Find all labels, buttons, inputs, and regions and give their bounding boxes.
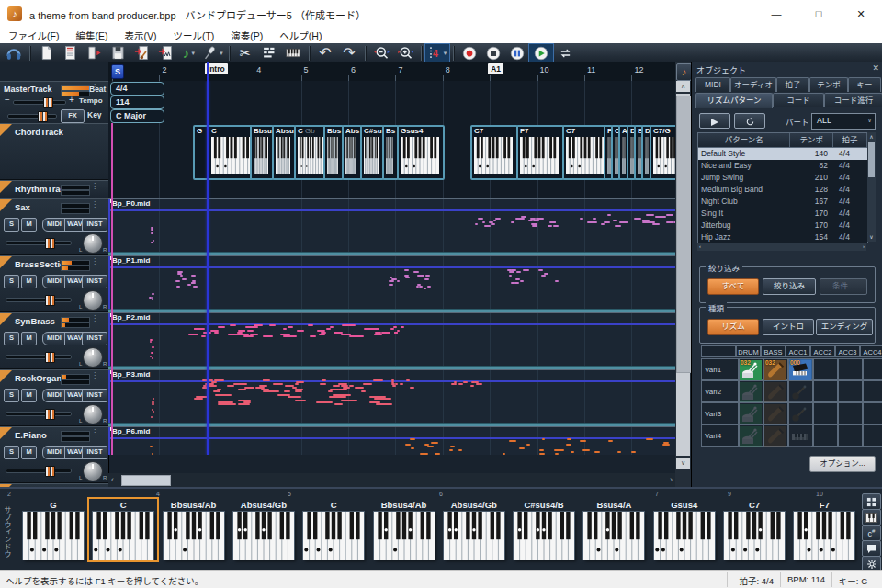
menu-item-0[interactable]: ファイル(F) xyxy=(0,28,67,42)
track-header-synbrass[interactable]: SynBrass⋮SMMIDIWAVEINSTLR xyxy=(0,312,108,369)
song-start-marker[interactable]: S xyxy=(111,64,124,79)
pattern-row-medium-big-band[interactable]: Medium Big Band1284/4 xyxy=(698,184,867,196)
vertical-scrollbar[interactable]: ♪∧∨ xyxy=(675,62,691,487)
track-menu-icon[interactable]: ⋮ xyxy=(91,203,98,207)
vari-cell[interactable] xyxy=(813,358,838,380)
chord-card-c[interactable]: C xyxy=(90,500,156,560)
object-list-note-button[interactable]: ♪ xyxy=(676,63,692,81)
pattern-play-button[interactable] xyxy=(699,113,730,129)
vari-cell[interactable] xyxy=(763,380,788,402)
midi-button[interactable]: MIDI xyxy=(42,332,66,345)
column-header-0[interactable]: パターン名 xyxy=(698,133,790,147)
vari-row-name[interactable]: Vari2 xyxy=(701,380,739,402)
scroll-left-icon[interactable]: ‹ xyxy=(699,243,701,249)
vari-cell[interactable] xyxy=(838,380,863,402)
import-wave-button[interactable] xyxy=(153,44,177,62)
track-header-rhythmtrack[interactable]: RhythmTrack⋮ xyxy=(0,180,108,198)
scroll-down-icon[interactable]: ∨ xyxy=(867,232,876,242)
pan-knob[interactable] xyxy=(83,461,103,481)
solo-button[interactable]: S xyxy=(4,332,19,345)
chord-block-gsus4[interactable]: Gsus4 xyxy=(397,125,445,180)
slider-thumb[interactable] xyxy=(43,97,53,108)
midi-clip-Bp_P1-mid[interactable]: Bp_P1.mid xyxy=(108,255,675,310)
chord-block-bbsu[interactable]: Bbsu xyxy=(250,125,274,180)
inst-button[interactable]: INST xyxy=(82,332,107,345)
volume-slider[interactable] xyxy=(6,355,72,359)
vari-cell[interactable] xyxy=(739,402,763,424)
vari-cell[interactable] xyxy=(863,424,882,447)
solo-button[interactable]: S xyxy=(4,389,19,402)
pause-button[interactable] xyxy=(505,44,529,62)
stop-button[interactable] xyxy=(481,44,505,62)
loop-button[interactable] xyxy=(553,44,577,62)
pattern-row-jump-swing[interactable]: Jump Swing2104/4 xyxy=(698,172,867,184)
options-button[interactable]: オプション... xyxy=(809,456,876,472)
menu-item-2[interactable]: 表示(V) xyxy=(116,28,164,42)
mute-button[interactable]: M xyxy=(21,446,37,459)
chord-card-absus4gb[interactable]: Absus4/Gb xyxy=(441,500,507,560)
filter-button-0[interactable]: すべて xyxy=(707,278,759,295)
key-value-box[interactable]: C Major xyxy=(110,109,164,123)
tab-midi[interactable]: MIDI xyxy=(695,77,730,92)
menu-item-1[interactable]: 編集(E) xyxy=(67,28,116,42)
object-panel-close-icon[interactable]: ✕ xyxy=(872,63,879,73)
track-header-chordtrack[interactable]: ChordTrack xyxy=(0,123,108,180)
chord-block-absus[interactable]: Absus xyxy=(272,125,296,180)
chord-track-row[interactable]: GCBbsuAbsusC GbBbsAbsC#suBsGsus4C7F7C7FC… xyxy=(108,123,675,180)
pan-knob[interactable] xyxy=(83,347,103,368)
solo-button[interactable]: S xyxy=(4,218,19,232)
chord-block-bbs[interactable]: Bbs xyxy=(323,125,344,180)
mute-button[interactable]: M xyxy=(21,332,37,345)
vari-cell[interactable] xyxy=(838,358,863,380)
section-marker-a1[interactable]: A1 xyxy=(488,63,503,74)
save-button[interactable] xyxy=(106,44,130,62)
chord-block-f7[interactable]: F7 xyxy=(516,125,564,180)
kind-button-2[interactable]: エンディング xyxy=(816,319,873,335)
tempo-plus[interactable]: + xyxy=(69,95,74,105)
track-header-brasssection[interactable]: BrassSection⋮SMMIDIWAVEINSTLR xyxy=(0,255,108,312)
midi-button[interactable]: MIDI xyxy=(42,389,66,402)
inst-button[interactable]: INST xyxy=(82,275,107,288)
scroll-left-icon[interactable]: ‹ xyxy=(111,475,114,484)
vari-cell[interactable] xyxy=(788,402,813,424)
kind-button-0[interactable]: リズム xyxy=(707,319,759,335)
track-menu-icon[interactable]: ⋮ xyxy=(91,317,98,321)
scroll-right-icon[interactable]: › xyxy=(670,475,673,484)
vscroll-thumb[interactable] xyxy=(868,142,875,177)
vari-cell[interactable] xyxy=(863,358,882,380)
tempo-value-box[interactable]: 114 xyxy=(110,96,164,109)
track-menu-icon[interactable]: ⋮ xyxy=(91,431,98,435)
track-menu-icon[interactable]: ⋮ xyxy=(91,260,98,264)
midi-clip-Bp_P6-mid[interactable]: Bp_P6.mid xyxy=(108,426,675,455)
fx-button[interactable]: FX xyxy=(61,109,85,123)
solo-button[interactable]: S xyxy=(4,275,19,288)
part-select[interactable]: ALL ∨ xyxy=(811,113,876,130)
vari-cell[interactable] xyxy=(813,424,838,447)
track-header-e-piano[interactable]: E.Piano⋮SMMIDIWAVEINSTLR xyxy=(0,426,108,483)
count-in-button[interactable]: 4▼ xyxy=(425,44,449,62)
slider-thumb[interactable] xyxy=(45,352,55,363)
kind-button-1[interactable]: イントロ xyxy=(763,319,814,335)
chord-card-bbsus4ab[interactable]: Bbsus4/Ab xyxy=(161,500,227,560)
play-button[interactable] xyxy=(529,44,553,62)
filter-button-1[interactable]: 絞り込み xyxy=(763,278,816,295)
open-file-button[interactable] xyxy=(82,44,106,62)
hscroll-thumb[interactable] xyxy=(121,475,171,486)
volume-slider[interactable] xyxy=(6,241,72,245)
slider-thumb[interactable] xyxy=(45,295,55,306)
close-button[interactable]: ✕ xyxy=(840,0,882,28)
grid-view-button[interactable] xyxy=(862,493,881,510)
column-header-2[interactable]: 拍子 xyxy=(833,133,867,147)
vari-cell[interactable] xyxy=(788,380,813,402)
vari-cell[interactable] xyxy=(813,380,838,402)
pattern-row-sing-it[interactable]: Sing It1704/4 xyxy=(698,208,867,220)
vari-cell[interactable] xyxy=(763,402,788,424)
mute-button[interactable]: M xyxy=(21,218,37,232)
subwindow-tab[interactable]: サブウィンドウ xyxy=(1,496,12,568)
menu-item-4[interactable]: 演奏(P) xyxy=(222,28,271,42)
midi-button[interactable]: MIDI xyxy=(42,218,66,232)
horizontal-scrollbar[interactable]: ‹› xyxy=(108,473,675,487)
chord-block-c7g[interactable]: C7/G xyxy=(650,125,675,180)
volume-slider[interactable] xyxy=(7,114,57,119)
chord-block-csu[interactable]: C#su xyxy=(360,125,384,180)
